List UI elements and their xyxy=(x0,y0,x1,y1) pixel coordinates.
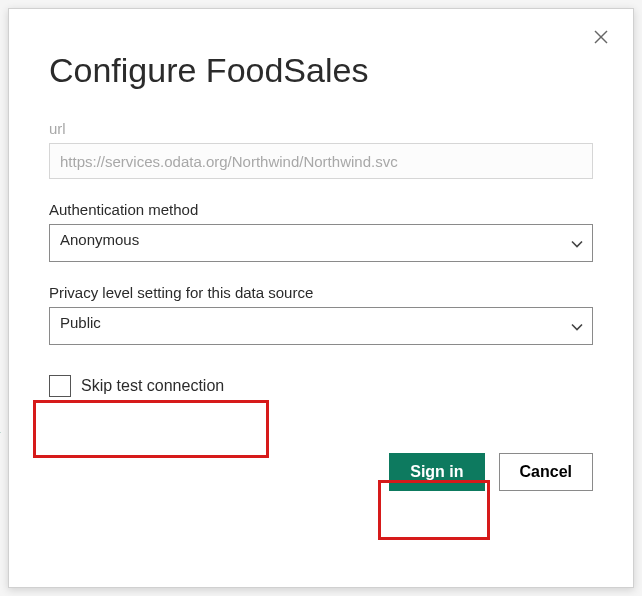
url-input[interactable] xyxy=(49,143,593,179)
privacy-field-group: Privacy level setting for this data sour… xyxy=(49,284,593,345)
url-label: url xyxy=(49,120,593,137)
auth-select[interactable]: Anonymous xyxy=(49,224,593,262)
configure-dialog: Configure FoodSales url Authentication m… xyxy=(8,8,634,588)
close-icon xyxy=(594,30,608,44)
privacy-select[interactable]: Public xyxy=(49,307,593,345)
skip-test-label: Skip test connection xyxy=(81,377,224,395)
dialog-title: Configure FoodSales xyxy=(49,51,593,90)
skip-test-row: Skip test connection xyxy=(49,375,593,397)
dialog-button-row: Sign in Cancel xyxy=(49,453,593,491)
auth-label: Authentication method xyxy=(49,201,593,218)
signin-button[interactable]: Sign in xyxy=(389,453,484,491)
auth-field-group: Authentication method Anonymous xyxy=(49,201,593,262)
close-button[interactable] xyxy=(589,25,613,49)
url-field-group: url xyxy=(49,120,593,179)
cancel-button[interactable]: Cancel xyxy=(499,453,593,491)
privacy-label: Privacy level setting for this data sour… xyxy=(49,284,593,301)
skip-test-checkbox[interactable] xyxy=(49,375,71,397)
